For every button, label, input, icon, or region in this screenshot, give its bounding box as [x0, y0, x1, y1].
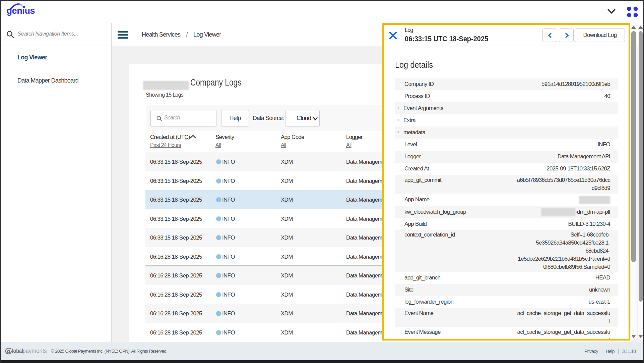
- svg-text:payments: payments: [23, 347, 47, 354]
- svg-text:g: g: [7, 348, 10, 354]
- svg-text:lobal: lobal: [12, 348, 23, 354]
- svg-text:genius: genius: [7, 6, 35, 16]
